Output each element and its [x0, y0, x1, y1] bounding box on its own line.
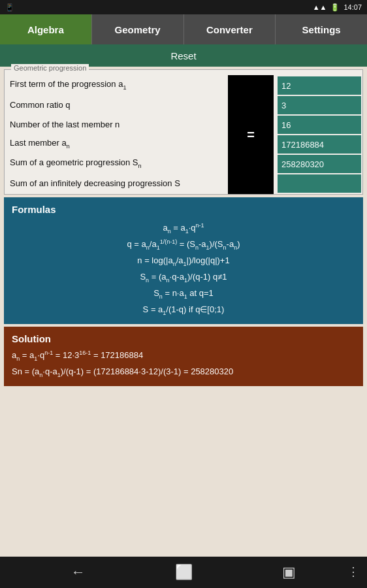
- input-s[interactable]: [278, 174, 361, 193]
- label-row-4: Sum of a geometric progression Sn: [5, 154, 224, 173]
- home-button[interactable]: ⬜: [175, 564, 193, 581]
- equals-sign: =: [247, 127, 255, 142]
- image-placeholder: =: [228, 75, 274, 194]
- solution-title: Solution: [12, 333, 355, 344]
- bottom-nav: ← ⬜ ▣ ⋮: [0, 557, 367, 588]
- formulas-title: Formulas: [12, 204, 355, 215]
- label-row-0: First term of the progression a1: [5, 75, 224, 95]
- more-options-button[interactable]: ⋮: [347, 564, 359, 579]
- tab-bar: Algebra Geometry Converter Settings: [0, 14, 367, 44]
- tab-settings[interactable]: Settings: [276, 14, 367, 44]
- recent-apps-button[interactable]: ▣: [282, 564, 296, 581]
- phone-icon: 📱: [5, 3, 14, 12]
- formula-line-4: Sn = n·a1 at q=1: [12, 286, 355, 302]
- solution-line-0: an = a1·qn-1 = 12·316-1 = 172186884: [12, 348, 355, 364]
- solution-section: Solution an = a1·qn-1 = 12·316-1 = 17218…: [4, 327, 363, 386]
- geo-panel: Geometric progression First term of the …: [4, 69, 363, 195]
- formula-line-0: an = a1·qn-1: [12, 220, 355, 237]
- label-row-2: Number of the last member n: [5, 114, 224, 134]
- reset-button[interactable]: Reset: [170, 50, 196, 61]
- formula-line-3: Sn = (an·q-a1)/(q-1) q≠1: [12, 269, 355, 286]
- tab-geometry[interactable]: Geometry: [92, 14, 184, 44]
- label-row-3: Last member an: [5, 134, 224, 154]
- formulas-section: Formulas an = a1·qn-1 q = an/a11/(n-1) =…: [4, 197, 363, 324]
- main-content: Geometric progression First term of the …: [0, 67, 367, 390]
- back-button[interactable]: ←: [71, 564, 86, 581]
- formula-line-5: S = a1/(1-q) if q∈[0;1): [12, 302, 355, 318]
- geo-inputs: [278, 75, 362, 194]
- status-bar: 📱 ▲▲ 🔋 14:07: [0, 0, 367, 14]
- input-n[interactable]: [278, 116, 361, 134]
- reset-bar: Reset: [0, 44, 367, 67]
- formula-line-2: n = log(|an/a1|)/log(|q|)+1: [12, 253, 355, 269]
- geo-panel-title: Geometric progression: [11, 64, 89, 72]
- formula-line-1: q = an/a11/(n-1) = (Sn-a1)/(Sn-an): [12, 237, 355, 253]
- battery-icon: 🔋: [330, 3, 340, 12]
- label-row-5: Sum of an infinitely decreasing progress…: [5, 173, 224, 193]
- label-row-1: Common ratio q: [5, 95, 224, 114]
- solution-line-1: Sn = (an·q-a1)/(q-1) = (172186884·3-12)/…: [12, 365, 355, 380]
- tab-algebra[interactable]: Algebra: [0, 14, 92, 44]
- geo-panel-inner: First term of the progression a1 Common …: [5, 70, 362, 194]
- geo-labels: First term of the progression a1 Common …: [5, 75, 224, 194]
- tab-converter[interactable]: Converter: [184, 14, 276, 44]
- status-bar-right: ▲▲ 🔋 14:07: [313, 3, 362, 12]
- input-an[interactable]: [278, 135, 361, 154]
- input-sn[interactable]: [278, 155, 361, 173]
- wifi-icon: ▲▲: [313, 3, 327, 11]
- input-q[interactable]: [278, 96, 361, 114]
- time-display: 14:07: [343, 3, 362, 11]
- input-a1[interactable]: [278, 76, 361, 95]
- status-bar-left: 📱: [5, 3, 14, 12]
